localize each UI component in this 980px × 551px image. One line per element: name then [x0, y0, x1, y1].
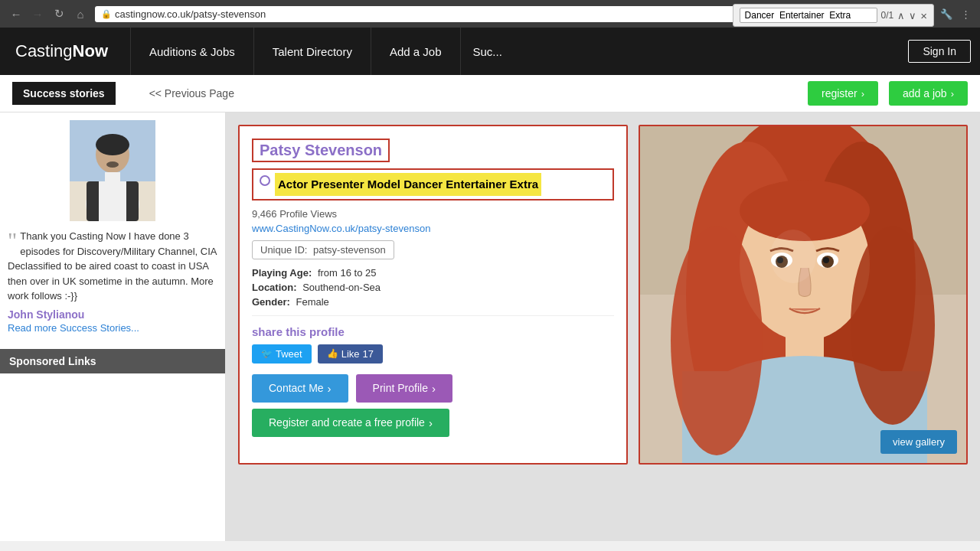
share-buttons: 🐦 Tweet 👍 Like 17: [252, 344, 614, 364]
playing-age-label: Playing Age:: [252, 267, 312, 279]
refresh-button[interactable]: ↻: [49, 4, 69, 24]
read-more-link[interactable]: Read more Success Stories...: [8, 322, 217, 334]
playing-age-value: from 16 to 25: [318, 267, 377, 279]
success-stories-badge: Success stories: [12, 82, 116, 105]
logo[interactable]: CastingNow: [0, 28, 130, 75]
prev-page-link[interactable]: << Previous Page: [126, 87, 797, 99]
gender-label: Gender:: [252, 296, 290, 308]
register-label: register: [822, 87, 858, 99]
nav-item-talent[interactable]: Talent Directory: [253, 28, 371, 75]
facebook-icon: 👍: [327, 348, 338, 359]
sign-in-button[interactable]: Sign In: [908, 40, 971, 63]
find-next-icon[interactable]: ∨: [909, 10, 916, 21]
unique-id-label: Unique ID:: [260, 244, 307, 256]
logo-now: Now: [73, 41, 108, 61]
unique-id-box: Unique ID: patsy-stevenson: [252, 240, 394, 259]
menu-icon[interactable]: ⋮: [957, 5, 974, 22]
profile-section: Patsy Stevenson Actor Presenter Model Da…: [238, 125, 968, 465]
profile-roles: Actor Presenter Model Dancer Entertainer…: [252, 168, 614, 201]
nav-auditions-label: Auditions & Jobs: [149, 45, 235, 58]
register-free-label: Register and create a free profile: [269, 416, 425, 429]
testimonial-container: " Thank you Casting Now I have done 3 ep…: [8, 229, 217, 304]
svg-point-4: [96, 134, 129, 155]
svg-point-16: [740, 180, 870, 241]
print-arrow-icon: ›: [432, 382, 436, 395]
share-title: share this profile: [252, 325, 614, 338]
lock-icon: 🔒: [101, 9, 112, 19]
svg-point-22: [823, 257, 829, 263]
profile-url[interactable]: www.CastingNow.co.uk/patsy-stevenson: [252, 223, 614, 234]
fb-like-button[interactable]: 👍 Like 17: [318, 344, 383, 364]
gender: Gender: Female: [252, 296, 614, 308]
sponsored-label: Sponsored Links: [9, 355, 96, 367]
gender-value: Female: [296, 296, 328, 308]
find-count: 0/1: [881, 10, 894, 21]
sidebar: " Thank you Casting Now I have done 3 ep…: [0, 112, 226, 541]
register-arrow-icon: ›: [861, 88, 864, 99]
sidebar-content: " Thank you Casting Now I have done 3 ep…: [0, 112, 225, 341]
add-job-arrow-icon: ›: [951, 88, 954, 99]
contact-me-button[interactable]: Contact Me ›: [252, 374, 348, 403]
forward-button[interactable]: →: [28, 4, 47, 24]
profile-info-box: Patsy Stevenson Actor Presenter Model Da…: [238, 125, 628, 465]
nav-success-label: Suc...: [473, 45, 502, 58]
testimonial-text: Thank you Casting Now I have done 3 epis…: [8, 229, 217, 304]
profile-photo: [640, 126, 968, 463]
find-input[interactable]: [740, 8, 877, 23]
home-button[interactable]: ⌂: [70, 4, 90, 24]
nav-item-success[interactable]: Suc...: [460, 28, 514, 75]
quote-mark-icon: ": [8, 229, 17, 252]
sub-header: Success stories << Previous Page registe…: [0, 75, 980, 112]
action-buttons: Contact Me › Print Profile ›: [252, 374, 614, 403]
nav-addjob-label: Add a Job: [390, 45, 442, 58]
register-free-button[interactable]: Register and create a free profile ›: [252, 409, 449, 437]
add-job-label: add a job: [903, 87, 947, 99]
svg-point-5: [106, 161, 119, 168]
unique-id-value: patsy-stevenson: [313, 244, 386, 256]
location-value: Southend-on-Sea: [302, 282, 381, 293]
like-count: 17: [363, 348, 374, 360]
register-button[interactable]: register ›: [808, 81, 878, 106]
tweet-button[interactable]: 🐦 Tweet: [252, 344, 312, 364]
svg-point-27: [851, 226, 935, 425]
find-close-icon[interactable]: ×: [920, 9, 927, 22]
role-indicator-icon: [260, 175, 270, 186]
nav-item-add-job[interactable]: Add a Job: [371, 28, 460, 75]
sponsored-links-header: Sponsored Links: [0, 349, 225, 373]
back-button[interactable]: ←: [6, 4, 26, 24]
extensions-icon[interactable]: 🔧: [938, 5, 955, 22]
contact-label: Contact Me: [269, 382, 324, 394]
svg-point-26: [671, 226, 763, 455]
address-bar[interactable]: 🔒 castingnow.co.uk/patsy-stevenson: [95, 6, 799, 22]
find-prev-icon[interactable]: ∧: [897, 10, 905, 21]
profile-name: Patsy Stevenson: [260, 142, 382, 159]
print-label: Print Profile: [373, 382, 428, 394]
playing-age: Playing Age: from 16 to 25: [252, 267, 614, 279]
profile-views: 9,466 Profile Views: [252, 208, 614, 220]
logo-casting: Casting: [15, 41, 73, 61]
location: Location: Southend-on-Sea: [252, 282, 614, 293]
like-label: Like: [341, 348, 360, 360]
browser-nav-buttons: ← → ↻ ⌂: [6, 4, 90, 24]
roles-label: Actor Presenter Model Dancer Entertainer…: [278, 178, 538, 191]
main-container: " Thank you Casting Now I have done 3 ep…: [0, 112, 980, 541]
profile-name-wrapper: Patsy Stevenson: [252, 139, 390, 162]
testimonial-author[interactable]: John Stylianou: [8, 304, 217, 322]
svg-point-28: [770, 230, 816, 283]
nav-menu: Auditions & Jobs Talent Directory Add a …: [130, 28, 908, 75]
person-silhouette: [70, 120, 155, 221]
nav-item-auditions[interactable]: Auditions & Jobs: [130, 28, 253, 75]
tweet-label: Tweet: [276, 348, 302, 360]
share-section: share this profile 🐦 Tweet 👍 Like 17: [252, 315, 614, 364]
print-profile-button[interactable]: Print Profile ›: [356, 374, 452, 403]
add-job-button[interactable]: add a job ›: [889, 81, 968, 106]
nav-talent-label: Talent Directory: [273, 45, 352, 58]
view-gallery-button[interactable]: view gallery: [880, 430, 957, 454]
success-stories-label: Success stories: [23, 87, 105, 99]
avatar: [70, 120, 155, 221]
site-header: CastingNow Auditions & Jobs Talent Direc…: [0, 28, 980, 75]
svg-rect-9: [99, 181, 126, 221]
contact-arrow-icon: ›: [328, 382, 332, 395]
find-bar: 0/1 ∧ ∨ ×: [733, 4, 934, 27]
browser-chrome: ← → ↻ ⌂ 🔒 castingnow.co.uk/patsy-stevens…: [0, 0, 980, 28]
